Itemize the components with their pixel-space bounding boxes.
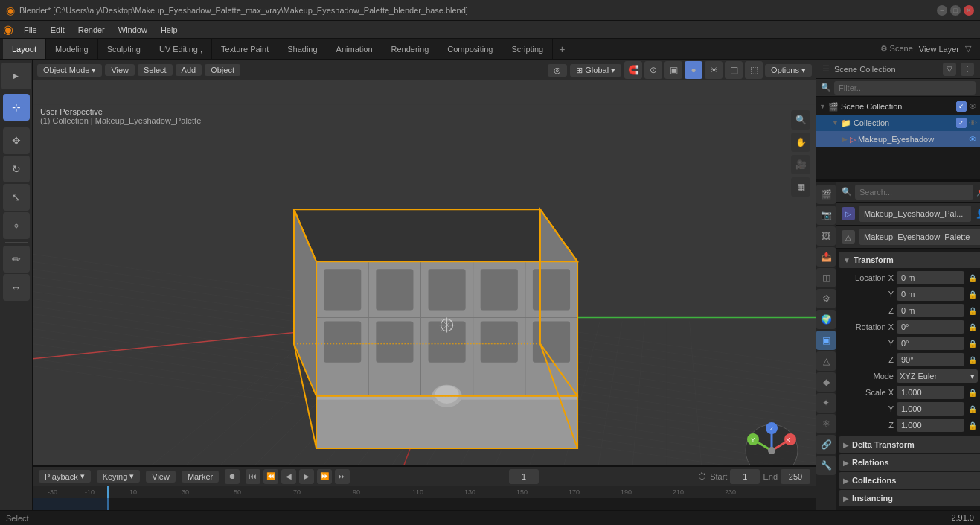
rotation-x-lock[interactable]: 🔒 bbox=[967, 322, 978, 332]
step-forward-button[interactable]: ⏩ bbox=[317, 469, 332, 484]
scale-tool[interactable]: ⤡ bbox=[3, 184, 30, 211]
object-menu[interactable]: Object bbox=[205, 64, 240, 76]
location-x-value[interactable]: 0 m bbox=[897, 271, 964, 284]
props-tab-scene[interactable]: 🎬 bbox=[816, 185, 836, 204]
playback-menu[interactable]: Playback ▾ bbox=[39, 470, 91, 483]
outliner-search-input[interactable] bbox=[834, 81, 976, 95]
view-layer-selector[interactable]: View Layer bbox=[919, 45, 959, 54]
rotation-z-value[interactable]: 90° bbox=[897, 353, 964, 366]
scale-z-lock[interactable]: 🔒 bbox=[967, 420, 978, 430]
maximize-button[interactable]: □ bbox=[950, 5, 961, 16]
viewport-shading-render[interactable]: ☀ bbox=[705, 61, 723, 79]
play-back-button[interactable]: ◀ bbox=[281, 469, 296, 484]
fake-user-icon[interactable]: 👤 bbox=[976, 209, 980, 219]
props-tab-object[interactable]: ▣ bbox=[816, 331, 836, 350]
scale-x-lock[interactable]: 🔒 bbox=[967, 387, 978, 398]
props-tab-scene2[interactable]: ⚙ bbox=[816, 289, 836, 308]
props-tab-render[interactable]: 🖼 bbox=[816, 226, 836, 246]
start-frame-input[interactable] bbox=[730, 469, 760, 484]
menu-edit[interactable]: Edit bbox=[45, 24, 71, 36]
props-tab-renderlayer[interactable]: 📷 bbox=[816, 206, 836, 225]
add-workspace-button[interactable]: + bbox=[553, 39, 571, 59]
transform-pivot[interactable]: ◎ bbox=[548, 64, 567, 77]
location-z-value[interactable]: 0 m bbox=[897, 304, 964, 317]
close-button[interactable]: ✕ bbox=[964, 5, 974, 16]
props-tab-view-layer[interactable]: ◫ bbox=[816, 268, 836, 287]
camera-view-icon[interactable]: 🎥 bbox=[791, 155, 810, 174]
proportional-edit[interactable]: ⊙ bbox=[644, 61, 662, 79]
props-tab-physics[interactable]: ⚛ bbox=[816, 414, 836, 433]
mode-selector-button[interactable]: Object Mode ▾ bbox=[37, 64, 102, 77]
rotation-y-lock[interactable]: 🔒 bbox=[967, 338, 978, 349]
rotation-x-value[interactable]: 0° bbox=[897, 320, 964, 334]
tree-item-makeup[interactable]: ▶ ▷ Makeup_Eyeshadow 👁 bbox=[816, 131, 980, 147]
props-tab-mesh[interactable]: △ bbox=[816, 351, 836, 371]
grid-view-icon[interactable]: ▦ bbox=[791, 177, 810, 197]
move-tool[interactable]: ✥ bbox=[3, 127, 30, 154]
end-frame-input[interactable] bbox=[781, 469, 810, 484]
properties-search-input[interactable] bbox=[855, 185, 973, 200]
tab-modeling[interactable]: Modeling bbox=[46, 39, 98, 59]
tab-scripting[interactable]: Scripting bbox=[502, 39, 553, 59]
transform-section-header[interactable]: ▼ Transform bbox=[839, 252, 980, 268]
overlay-toggle[interactable]: ◫ bbox=[725, 61, 743, 79]
scene-selector[interactable]: ⚙ Scene bbox=[880, 44, 913, 54]
step-back-button[interactable]: ⏪ bbox=[263, 469, 278, 484]
relations-header[interactable]: ▶ Relations bbox=[839, 454, 980, 471]
marker-menu[interactable]: Marker bbox=[182, 471, 219, 483]
visibility-check[interactable]: ✓ bbox=[956, 101, 967, 112]
location-y-lock[interactable]: 🔒 bbox=[967, 289, 978, 299]
data-name-input[interactable] bbox=[859, 229, 980, 245]
tab-rendering[interactable]: Rendering bbox=[382, 39, 439, 59]
scale-x-value[interactable]: 1.000 bbox=[897, 386, 964, 399]
minimize-button[interactable]: – bbox=[937, 5, 947, 16]
viewport-canvas[interactable]: User Perspective (1) Collection | Makeup… bbox=[33, 80, 816, 525]
tree-item-collection[interactable]: ▼ 📁 Collection ✓ 👁 bbox=[816, 115, 980, 131]
menu-window[interactable]: Window bbox=[112, 24, 153, 36]
rotation-y-value[interactable]: 0° bbox=[897, 337, 964, 350]
makeup-eye-icon[interactable]: 👁 bbox=[969, 135, 977, 144]
scale-y-lock[interactable]: 🔒 bbox=[967, 404, 978, 414]
collection-check[interactable]: ✓ bbox=[956, 118, 967, 128]
transform-tool[interactable]: ⌖ bbox=[3, 212, 30, 239]
snap-toggle[interactable]: 🧲 bbox=[624, 61, 642, 79]
tab-uv-editing[interactable]: UV Editing , bbox=[150, 39, 212, 59]
props-tab-world[interactable]: 🌍 bbox=[816, 310, 836, 329]
zoom-lens-icon[interactable]: 🔍 bbox=[791, 110, 810, 130]
rotation-z-lock[interactable]: 🔒 bbox=[967, 354, 978, 365]
location-x-lock[interactable]: 🔒 bbox=[967, 273, 978, 283]
viewport-shading-wire[interactable]: ▣ bbox=[664, 61, 682, 79]
eye-icon[interactable]: 👁 bbox=[969, 102, 977, 111]
options-button[interactable]: Options ▾ bbox=[765, 64, 812, 77]
collection-expand-arrow[interactable]: ▼ bbox=[832, 119, 839, 127]
scale-y-value[interactable]: 1.000 bbox=[897, 402, 964, 416]
collections-header[interactable]: ▶ Collections bbox=[839, 472, 980, 489]
keying-menu[interactable]: Keying ▾ bbox=[97, 470, 141, 483]
tab-texture-paint[interactable]: Texture Paint bbox=[212, 39, 278, 59]
delta-transform-header[interactable]: ▶ Delta Transform bbox=[839, 436, 980, 453]
props-tab-modifiers[interactable]: 🔧 bbox=[816, 456, 836, 475]
measure-tool[interactable]: ↔ bbox=[3, 274, 30, 301]
viewport-area[interactable]: Object Mode ▾ View Select Add Object bbox=[33, 60, 816, 525]
collection-eye-icon[interactable]: 👁 bbox=[969, 118, 977, 127]
expand-arrow[interactable]: ▼ bbox=[819, 103, 826, 110]
makeup-expand-arrow[interactable]: ▶ bbox=[842, 136, 848, 143]
props-tab-material[interactable]: ◆ bbox=[816, 372, 836, 392]
location-y-value[interactable]: 0 m bbox=[897, 287, 964, 301]
tree-item-scene-collection[interactable]: ▼ 🎬 Scene Collection ✓ 👁 bbox=[816, 98, 980, 115]
select-menu[interactable]: Select bbox=[138, 64, 173, 76]
mode-selector[interactable]: ▶ bbox=[1, 63, 31, 89]
instancing-header[interactable]: ▶ Instancing bbox=[839, 490, 980, 506]
location-z-lock[interactable]: 🔒 bbox=[967, 305, 978, 316]
object-name-input[interactable] bbox=[859, 206, 971, 222]
jump-start-button[interactable]: ⏮ bbox=[246, 469, 260, 484]
props-pin-icon[interactable]: 📌 bbox=[976, 187, 980, 197]
timeline-view-menu[interactable]: View bbox=[146, 471, 176, 483]
filter-icon[interactable]: ▽ bbox=[965, 44, 971, 54]
viewport-shading-solid[interactable]: ● bbox=[685, 61, 702, 79]
annotate-tool[interactable]: ✏ bbox=[3, 246, 30, 273]
tab-sculpting[interactable]: Sculpting bbox=[98, 39, 150, 59]
add-menu[interactable]: Add bbox=[176, 64, 202, 76]
scale-z-value[interactable]: 1.000 bbox=[897, 419, 964, 432]
transform-orientation[interactable]: ⊞ Global ▾ bbox=[570, 64, 621, 77]
